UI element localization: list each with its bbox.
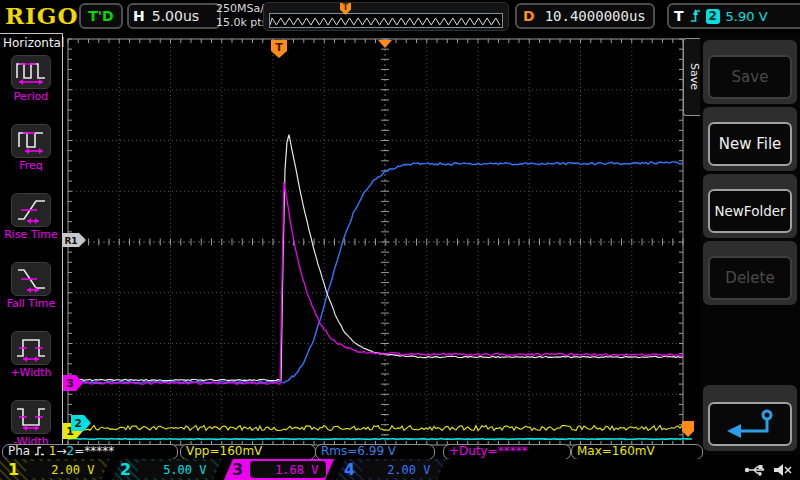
period-icon <box>11 55 51 89</box>
oscilloscope-screen: TR1312 RIGOL T'D H 5.00us 250MSa/s 15.0k… <box>0 0 800 480</box>
menu-item-period[interactable]: Period <box>0 55 62 103</box>
channel-1-number: 1 <box>8 460 19 479</box>
measurement-max: Max=160mV <box>571 444 703 460</box>
acquisition-info: 250MSa/s 15.0k pts <box>216 2 270 30</box>
measurement-phase: Pha 1→2=***** <box>2 444 178 460</box>
waveform-display: TR1312 <box>63 33 700 448</box>
new-file-button[interactable]: New File <box>708 122 792 166</box>
svg-text:2: 2 <box>74 417 82 430</box>
channel-1-block[interactable]: 1 2.00 V <box>0 459 110 480</box>
trigger-level-value: 5.90 V <box>726 9 768 24</box>
delete-button-group: Delete <box>703 241 797 305</box>
trigger-label: T <box>674 8 684 24</box>
menu-item-label: Rise Time <box>0 228 62 241</box>
left-measure-menu: Horizontal PeriodFreqRise TimeFall Time+… <box>0 33 63 444</box>
preview-wave-icon <box>270 14 502 27</box>
delete-button[interactable]: Delete <box>708 256 792 300</box>
channel-3-scale: 1.68 V <box>250 461 325 478</box>
channel-4-block[interactable]: 4 2.00 V <box>336 459 446 480</box>
back-button-group <box>703 385 797 451</box>
menu-item-label: Fall Time <box>0 297 62 310</box>
right-menu-panel: Save New File NewFolder Delete <box>700 33 800 455</box>
top-status-bar: RIGOL T'D H 5.00us 250MSa/s 15.0k pts T … <box>0 0 800 33</box>
menu-item-label: +Width <box>0 366 62 379</box>
-width-icon <box>11 400 51 434</box>
back-button[interactable] <box>708 402 792 446</box>
channel-3-block[interactable]: 3 1.68 V <box>224 459 334 480</box>
waveform-preview-bar[interactable]: T <box>263 2 509 31</box>
menu-item-label: Period <box>0 90 62 103</box>
fall-time-icon <box>11 262 51 296</box>
preview-window <box>269 13 503 28</box>
menu-item-rise-time[interactable]: Rise Time <box>0 193 62 241</box>
save-menu-tab[interactable]: Save <box>683 38 701 116</box>
delay-label: D <box>523 8 535 24</box>
channel-2-scale: 5.00 V <box>138 461 213 478</box>
phase-arrow: → <box>57 444 67 458</box>
channel-4-scale: 2.00 V <box>362 461 437 478</box>
menu-item-label: Freq <box>0 159 62 172</box>
freq-icon <box>11 124 51 158</box>
menu-item-fall-time[interactable]: Fall Time <box>0 262 62 310</box>
delay-readout-box[interactable]: D 10.4000000us <box>515 3 655 29</box>
measurement-rms: Rms=6.99 V <box>315 444 435 460</box>
phase-source-a: 1 <box>49 444 57 458</box>
memory-depth: 15.0k pts <box>216 16 270 30</box>
save-button-group: Save <box>703 40 797 104</box>
rise-time-icon <box>11 193 51 227</box>
delay-value: 10.4000000us <box>545 8 646 24</box>
channel-2-block[interactable]: 2 5.00 V <box>112 459 222 480</box>
trigger-status-badge: T'D <box>79 3 123 29</box>
measurement-duty: +Duty=***** <box>443 444 571 460</box>
return-arrow-icon <box>721 407 779 441</box>
-width-icon <box>11 331 51 365</box>
svg-text:R1: R1 <box>64 236 77 246</box>
trigger-source-badge: 2 <box>706 9 720 24</box>
trigger-position-label: T <box>343 3 348 12</box>
new-folder-button-group: NewFolder <box>703 174 797 238</box>
horizontal-label: H <box>133 8 145 24</box>
speaker-muted-icon <box>772 462 792 478</box>
measurement-vpp: Vpp=160mV <box>180 444 316 460</box>
phase-prefix: Pha <box>8 444 30 458</box>
phase-value: =***** <box>74 444 114 458</box>
svg-text:3: 3 <box>66 377 74 390</box>
trigger-info-box[interactable]: T 2 5.90 V <box>667 3 800 29</box>
horizontal-scale-value: 5.00us <box>152 8 199 24</box>
svg-text:T: T <box>275 41 283 54</box>
sample-rate: 250MSa/s <box>216 2 270 16</box>
menu-item-freq[interactable]: Freq <box>0 124 62 172</box>
channel-3-number: 3 <box>232 460 243 479</box>
channel-2-number: 2 <box>120 460 131 479</box>
channel-1-scale: 2.00 V <box>26 461 101 478</box>
rising-edge-icon <box>689 8 702 24</box>
save-button[interactable]: Save <box>708 55 792 99</box>
new-file-button-group: New File <box>703 107 797 171</box>
horizontal-scale-box[interactable]: H 5.00us <box>127 3 221 29</box>
usb-icon <box>744 463 768 477</box>
new-folder-button[interactable]: NewFolder <box>708 189 792 233</box>
channel-status-bar: 1 2.00 V 2 5.00 V 3 1.68 V 4 2.00 V <box>0 459 800 480</box>
left-menu-title: Horizontal <box>0 34 62 50</box>
phase-icon <box>34 446 45 456</box>
menu-item--width[interactable]: -Width <box>0 400 62 448</box>
channel-4-number: 4 <box>344 460 355 479</box>
menu-item--width[interactable]: +Width <box>0 331 62 379</box>
